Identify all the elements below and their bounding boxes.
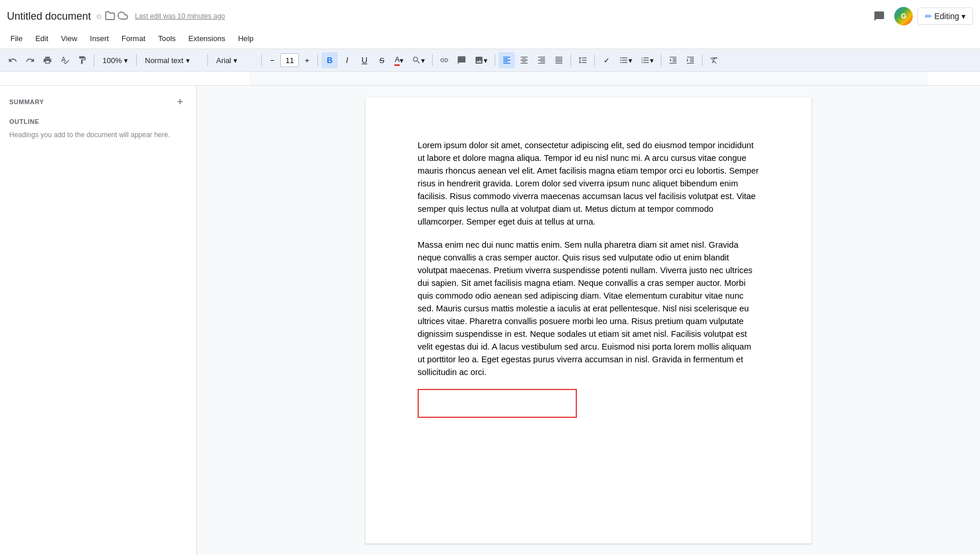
- separator-10: [661, 54, 661, 66]
- editing-button[interactable]: ✏ Editing ▾: [917, 8, 973, 25]
- increase-indent-button[interactable]: [682, 52, 699, 68]
- decrease-indent-button[interactable]: [665, 52, 681, 68]
- menu-help[interactable]: Help: [232, 32, 259, 45]
- underline-button[interactable]: U: [356, 52, 372, 68]
- checklist-button[interactable]: ✓: [598, 52, 615, 68]
- menu-view[interactable]: View: [55, 32, 83, 45]
- font-value: Arial: [216, 56, 231, 65]
- separator-2: [136, 54, 137, 66]
- comment-button[interactable]: [869, 6, 890, 27]
- last-edit-label[interactable]: Last edit was 10 minutes ago: [135, 12, 225, 20]
- menu-format[interactable]: Format: [116, 32, 151, 45]
- separator-11: [702, 54, 703, 66]
- align-center-button[interactable]: [516, 52, 532, 68]
- font-size-decrease-button[interactable]: −: [265, 52, 279, 68]
- outline-title: OUTLINE: [9, 118, 187, 125]
- print-button[interactable]: [39, 52, 56, 68]
- bold-button[interactable]: B: [321, 52, 338, 68]
- red-selection-box: [418, 389, 577, 418]
- chevron-down-icon: ▾: [961, 12, 966, 21]
- insert-image-button[interactable]: ▾: [471, 52, 491, 68]
- align-left-button[interactable]: [499, 52, 515, 68]
- outline-hint: Headings you add to the document will ap…: [9, 130, 187, 140]
- document-page[interactable]: Lorem ipsum dolor sit amet, consectetur …: [365, 97, 811, 543]
- font-chevron-icon: ▾: [233, 56, 237, 65]
- menu-insert[interactable]: Insert: [84, 32, 115, 45]
- numbered-list-button[interactable]: ▾: [637, 52, 657, 68]
- zoom-chevron-icon: ▾: [124, 56, 128, 65]
- font-size-area: − +: [265, 52, 314, 68]
- paragraph-2[interactable]: Massa enim nec dui nunc mattis enim. Sem…: [418, 238, 759, 378]
- font-size-input[interactable]: [280, 53, 299, 67]
- insert-comment-button[interactable]: [454, 52, 470, 68]
- bullet-chevron-icon: ▾: [628, 56, 632, 65]
- undo-button[interactable]: [5, 52, 21, 68]
- highlight-chevron-icon: ▾: [421, 56, 425, 65]
- summary-add-button[interactable]: +: [173, 95, 187, 109]
- separator-4: [261, 54, 262, 66]
- text-style-select[interactable]: Normal text ▾: [140, 52, 204, 68]
- align-right-button[interactable]: [533, 52, 550, 68]
- strikethrough-button[interactable]: S: [374, 52, 390, 68]
- menu-tools[interactable]: Tools: [152, 32, 181, 45]
- ruler: [0, 72, 980, 86]
- justify-button[interactable]: [551, 52, 567, 68]
- numbered-chevron-icon: ▾: [650, 56, 654, 65]
- menu-extensions[interactable]: Extensions: [182, 32, 231, 45]
- font-size-increase-button[interactable]: +: [300, 52, 314, 68]
- separator-1: [94, 54, 94, 66]
- outline-section: OUTLINE Headings you add to the document…: [9, 118, 187, 140]
- menu-file[interactable]: File: [5, 32, 28, 45]
- separator-3: [207, 54, 208, 66]
- separator-6: [432, 54, 433, 66]
- spellcheck-button[interactable]: [57, 52, 73, 68]
- sidebar: SUMMARY + OUTLINE Headings you add to th…: [0, 86, 197, 555]
- highlight-button[interactable]: ▾: [408, 52, 429, 68]
- paint-format-button[interactable]: [74, 52, 90, 68]
- summary-title: SUMMARY: [9, 98, 44, 105]
- separator-9: [594, 54, 595, 66]
- italic-button[interactable]: I: [339, 52, 355, 68]
- star-icon[interactable]: ☆: [96, 12, 103, 21]
- zoom-select[interactable]: 100% ▾: [98, 52, 133, 68]
- style-chevron-icon: ▾: [186, 56, 190, 65]
- bullet-list-button[interactable]: ▾: [616, 52, 636, 68]
- cloud-icon[interactable]: [118, 10, 128, 23]
- document-area[interactable]: Lorem ipsum dolor sit amet, consectetur …: [197, 86, 980, 555]
- pencil-icon: ✏: [925, 12, 932, 21]
- separator-7: [495, 54, 495, 66]
- redo-button[interactable]: [22, 52, 38, 68]
- line-spacing-button[interactable]: [575, 52, 591, 68]
- doc-title[interactable]: Untitled document: [7, 10, 91, 23]
- text-style-value: Normal text: [145, 56, 183, 65]
- menu-bar: File Edit View Insert Format Tools Exten…: [0, 28, 980, 49]
- menu-edit[interactable]: Edit: [30, 32, 54, 45]
- text-color-button[interactable]: A ▾: [391, 52, 407, 68]
- zoom-value: 100%: [103, 56, 122, 65]
- font-select[interactable]: Arial ▾: [211, 52, 258, 68]
- toolbar: 100% ▾ Normal text ▾ Arial ▾ − + B I U S…: [0, 49, 980, 72]
- title-bar: Untitled document ☆ Last edit was 10 min…: [0, 0, 980, 28]
- text-color-chevron-icon: ▾: [400, 56, 404, 65]
- image-chevron-icon: ▾: [484, 56, 488, 65]
- top-right-area: G ✏ Editing ▾: [869, 6, 973, 27]
- clear-formatting-button[interactable]: [706, 52, 722, 68]
- insert-link-button[interactable]: [436, 52, 452, 68]
- paragraph-1[interactable]: Lorem ipsum dolor sit amet, consectetur …: [418, 139, 759, 228]
- folder-icon[interactable]: [105, 10, 115, 23]
- main-area: SUMMARY + OUTLINE Headings you add to th…: [0, 86, 980, 555]
- editing-label: Editing: [934, 12, 959, 21]
- separator-5: [317, 54, 318, 66]
- avatar[interactable]: G: [894, 7, 913, 25]
- separator-8: [571, 54, 571, 66]
- summary-header: SUMMARY +: [9, 95, 187, 109]
